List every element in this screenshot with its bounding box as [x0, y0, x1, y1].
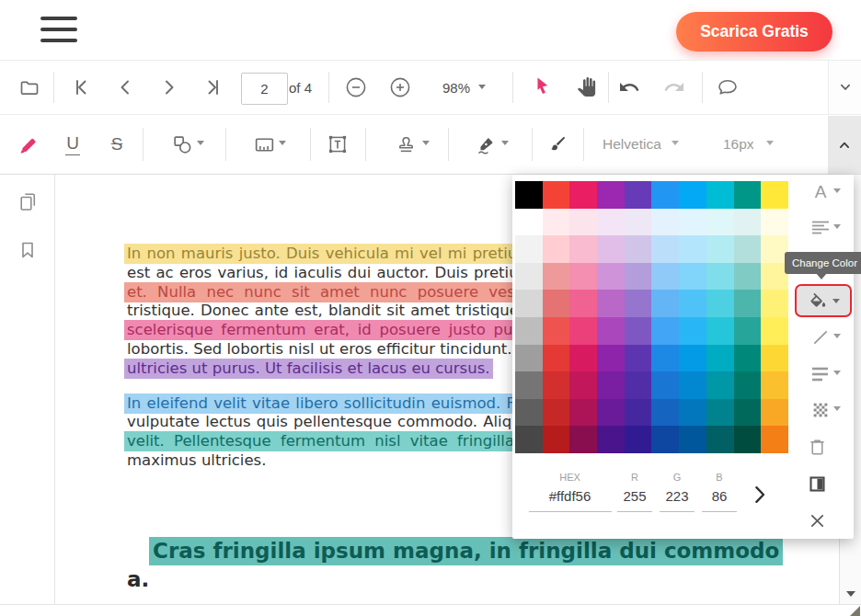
- text-align-button[interactable]: [809, 216, 832, 240]
- open-file-button[interactable]: [17, 76, 41, 100]
- color-swatch[interactable]: [706, 235, 734, 263]
- page-number-input[interactable]: [241, 73, 288, 105]
- zoom-out-button[interactable]: [345, 76, 367, 98]
- bookmarks-button[interactable]: [16, 238, 40, 262]
- color-swatch[interactable]: [679, 371, 706, 399]
- chevron-down-icon[interactable]: [672, 141, 679, 145]
- color-swatch[interactable]: [625, 399, 652, 427]
- color-swatch[interactable]: [706, 371, 734, 399]
- color-swatch[interactable]: [515, 235, 543, 263]
- color-swatch[interactable]: [515, 399, 543, 427]
- color-swatch[interactable]: [761, 290, 788, 317]
- opacity-button[interactable]: [809, 398, 832, 422]
- color-swatch[interactable]: [679, 426, 706, 453]
- text-color-button[interactable]: A: [809, 180, 832, 204]
- color-swatch[interactable]: [651, 371, 679, 399]
- color-swatch[interactable]: [706, 345, 734, 372]
- text-box-tool-button[interactable]: [326, 132, 350, 156]
- color-swatch[interactable]: [651, 263, 679, 291]
- color-swatch[interactable]: [515, 209, 543, 236]
- color-swatch[interactable]: [651, 235, 679, 263]
- color-swatch[interactable]: [543, 181, 570, 209]
- color-swatch[interactable]: [761, 399, 788, 427]
- color-swatch[interactable]: [515, 317, 543, 345]
- first-page-button[interactable]: [70, 76, 92, 98]
- text-highlight-salmon[interactable]: et. Nulla nec nunc sit amet nunc posuere…: [124, 282, 561, 302]
- text-highlight-purple[interactable]: ultricies ut purus. Ut facilisis et lacu…: [124, 359, 493, 379]
- blue-value-input[interactable]: 86: [706, 488, 733, 504]
- next-page-button[interactable]: [158, 76, 180, 98]
- color-swatch[interactable]: [569, 263, 597, 291]
- chevron-down-icon[interactable]: [833, 224, 841, 229]
- color-swatch[interactable]: [761, 426, 788, 453]
- color-swatch[interactable]: [651, 345, 679, 372]
- color-swatch[interactable]: [651, 290, 679, 317]
- text-highlight-pink[interactable]: scelerisque fermentum erat, id posuere j…: [124, 320, 558, 340]
- comment-tool-button[interactable]: [717, 76, 739, 98]
- color-swatch[interactable]: [734, 426, 762, 453]
- color-swatch[interactable]: [651, 181, 679, 209]
- next-palette-button[interactable]: [747, 482, 771, 506]
- color-swatch[interactable]: [734, 181, 762, 209]
- color-swatch[interactable]: [734, 371, 762, 399]
- underline-tool-button[interactable]: U: [61, 131, 85, 158]
- color-swatch[interactable]: [543, 371, 570, 399]
- color-swatch[interactable]: [761, 181, 788, 209]
- color-swatch[interactable]: [569, 209, 597, 236]
- color-swatch[interactable]: [597, 290, 625, 317]
- strikethrough-tool-button[interactable]: S: [105, 131, 129, 158]
- color-swatch[interactable]: [734, 345, 762, 372]
- color-swatch[interactable]: [543, 263, 570, 291]
- color-swatch[interactable]: [625, 181, 652, 209]
- color-swatch[interactable]: [706, 426, 734, 453]
- line-style-button[interactable]: [809, 325, 832, 349]
- color-swatch[interactable]: [597, 371, 625, 399]
- select-tool-button[interactable]: [531, 75, 553, 97]
- color-swatch[interactable]: [625, 317, 652, 345]
- scroll-down-arrow-icon[interactable]: [846, 591, 855, 597]
- color-swatch[interactable]: [734, 263, 762, 291]
- color-swatch[interactable]: [625, 426, 652, 453]
- red-value-input[interactable]: 255: [621, 488, 649, 504]
- text-highlight-yellow[interactable]: In non mauris justo. Duis vehicula mi ve…: [124, 244, 555, 264]
- color-swatch[interactable]: [706, 181, 734, 209]
- color-swatch[interactable]: [543, 290, 570, 317]
- color-swatch[interactable]: [597, 209, 625, 236]
- color-swatch[interactable]: [569, 317, 597, 345]
- text-highlight-blue[interactable]: In eleifend velit vitae libero sollicitu…: [124, 394, 552, 414]
- color-swatch[interactable]: [706, 209, 734, 236]
- color-swatch[interactable]: [625, 235, 652, 263]
- font-size-dropdown[interactable]: 16px: [723, 136, 754, 153]
- color-swatch[interactable]: [543, 426, 570, 453]
- stamp-tool-button[interactable]: [394, 131, 418, 157]
- color-swatch[interactable]: [679, 235, 706, 263]
- color-swatch[interactable]: [651, 426, 679, 453]
- color-swatch[interactable]: [734, 290, 762, 317]
- color-swatch[interactable]: [515, 263, 543, 291]
- shapes-tool-button[interactable]: [170, 132, 194, 156]
- color-swatch[interactable]: [734, 317, 762, 345]
- color-swatch[interactable]: [679, 290, 706, 317]
- chevron-down-icon[interactable]: [766, 141, 774, 145]
- signature-tool-button[interactable]: [474, 131, 498, 157]
- chevron-down-icon[interactable]: [833, 371, 841, 375]
- chevron-down-icon[interactable]: [422, 141, 430, 145]
- download-free-button[interactable]: Scarica Gratis: [676, 12, 832, 51]
- color-swatch[interactable]: [734, 235, 762, 263]
- color-swatch[interactable]: [761, 371, 788, 399]
- last-page-button[interactable]: [202, 76, 224, 98]
- color-swatch[interactable]: [515, 181, 543, 209]
- color-swatch[interactable]: [651, 399, 679, 427]
- chevron-down-icon[interactable]: [501, 141, 509, 145]
- color-swatch[interactable]: [625, 263, 652, 291]
- color-swatch[interactable]: [569, 345, 597, 372]
- color-swatch[interactable]: [625, 371, 652, 399]
- chevron-down-icon[interactable]: [833, 406, 841, 411]
- chevron-down-icon[interactable]: [478, 85, 486, 89]
- color-swatch[interactable]: [597, 317, 625, 345]
- previous-page-button[interactable]: [114, 76, 136, 98]
- color-swatch[interactable]: [679, 317, 706, 345]
- color-swatch[interactable]: [734, 399, 762, 427]
- image-tool-button[interactable]: [252, 132, 276, 156]
- color-swatch[interactable]: [569, 371, 597, 399]
